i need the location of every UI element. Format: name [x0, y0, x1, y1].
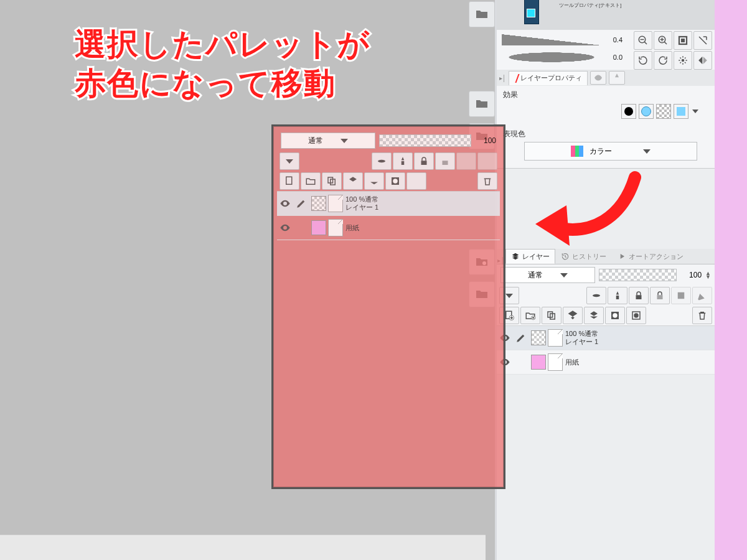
chevron-down-icon — [560, 273, 568, 278]
opacity-stepper[interactable]: ▲▼ — [705, 271, 711, 279]
ghost-blend-dropdown[interactable]: 通常 — [281, 133, 375, 149]
brush-tool-row: 0.4 0.0 — [497, 30, 715, 70]
ghost-layer1-opacity: 100 %通常 — [345, 195, 378, 203]
fx-dropdown-icon[interactable] — [692, 110, 698, 113]
ghost-apply-icon[interactable] — [406, 172, 426, 190]
brush-opacity-value: 0.0 — [605, 54, 622, 61]
ghost-newlayer-icon[interactable] — [280, 172, 299, 190]
actual-size-icon[interactable] — [693, 31, 712, 50]
opacity-value: 100 — [680, 271, 702, 279]
collapse-icon[interactable]: ▸│ — [499, 75, 506, 82]
pink-sidebar — [713, 0, 747, 560]
rotate-ccw-icon[interactable] — [634, 51, 652, 70]
ghost-paper-name: 用紙 — [345, 224, 359, 232]
ghost-trash-icon[interactable] — [477, 172, 497, 190]
layer-thumb — [531, 330, 546, 345]
ghost-layer-1[interactable]: 100 %通常 レイヤー 1 — [277, 192, 500, 216]
rotate-cw-icon[interactable] — [654, 51, 672, 70]
svg-point-26 — [393, 179, 398, 184]
flip-horizontal-icon[interactable] — [693, 51, 712, 70]
effect-label: 効果 — [497, 86, 715, 101]
fx-border-cyan-icon[interactable] — [639, 104, 654, 119]
svg-rect-9 — [678, 292, 685, 299]
ghost-copy-icon[interactable] — [322, 172, 342, 190]
dock-folder-icon[interactable] — [469, 1, 495, 27]
check-icon — [513, 74, 520, 83]
render-color-value: カラー — [590, 146, 612, 157]
dragged-palette-ghost[interactable]: 通常 100 — [271, 124, 505, 489]
layer-property-tab[interactable]: レイヤープロパティ — [509, 71, 588, 85]
top-mini-header: ツールプロパティ[テキスト] — [497, 0, 715, 30]
layer-item-paper[interactable]: 用紙 — [497, 350, 715, 375]
ghost-opacity-slider[interactable] — [379, 134, 471, 147]
create-mask-icon[interactable] — [605, 307, 625, 324]
tab-layer-label: レイヤー — [522, 252, 550, 261]
ghost-newfolder-icon[interactable] — [301, 172, 321, 190]
lp-extra-1-icon[interactable] — [590, 71, 606, 85]
fit-screen-icon[interactable] — [674, 31, 692, 50]
lock-alpha-icon[interactable] — [650, 287, 670, 304]
fx-tone-icon[interactable] — [656, 104, 671, 119]
ghost-setref-icon[interactable] — [456, 152, 476, 170]
svg-rect-4 — [681, 39, 685, 42]
brush-size-value: 0.4 — [605, 36, 622, 44]
set-draft-icon[interactable] — [692, 287, 712, 304]
tab-history[interactable]: ヒストリー — [555, 249, 612, 264]
page-icon — [548, 329, 563, 347]
ghost-clip-icon[interactable] — [372, 152, 392, 170]
dock-folder-down-icon[interactable] — [469, 91, 495, 117]
lp-extra-2-icon[interactable] — [609, 71, 625, 85]
layer-list: 100 %通常 レイヤー 1 用紙 — [497, 325, 715, 375]
ghost-layer-paper[interactable]: 用紙 — [277, 216, 500, 240]
transfer-down-icon[interactable] — [563, 307, 583, 324]
ghost-opacity-value: 100 — [475, 136, 496, 145]
ghost-lock-icon[interactable] — [414, 152, 434, 170]
navigator-thumb[interactable] — [524, 0, 539, 24]
ghost-layer1-name: レイヤー 1 — [345, 203, 378, 212]
render-color-dropdown[interactable]: カラー — [524, 142, 697, 161]
blend-mode-value: 通常 — [528, 270, 543, 281]
chevron-down-icon — [643, 149, 651, 154]
tool-property-label: ツールプロパティ[テキスト] — [559, 2, 621, 9]
fx-border-black-icon[interactable] — [621, 104, 636, 119]
ghost-transfer-icon[interactable] — [343, 172, 363, 190]
layer-name: 用紙 — [565, 358, 579, 366]
tab-layer[interactable]: レイヤー — [505, 249, 555, 264]
brush-opacity-slider[interactable] — [502, 52, 601, 63]
zoom-in-icon[interactable] — [654, 31, 672, 50]
zoom-out-icon[interactable] — [634, 31, 652, 50]
new-folder-icon[interactable] — [520, 307, 540, 324]
opacity-slider[interactable] — [599, 269, 677, 281]
ghost-merge-icon[interactable] — [364, 172, 384, 190]
tab-autoaction[interactable]: オートアクション — [612, 249, 689, 264]
tab-autoaction-label: オートアクション — [629, 252, 684, 261]
ghost-ref-icon[interactable] — [393, 152, 413, 170]
set-reference-icon[interactable] — [671, 287, 691, 304]
apply-mask-icon[interactable] — [626, 307, 646, 324]
layer-toolbar-row2 — [497, 306, 715, 325]
ghost-dropdown-icon[interactable] — [280, 152, 299, 170]
svg-rect-7 — [636, 295, 642, 299]
lock-icon[interactable] — [629, 287, 649, 304]
copy-layer-icon[interactable] — [542, 307, 561, 324]
ghost-mask-icon[interactable] — [385, 172, 405, 190]
svg-rect-22 — [286, 177, 292, 184]
reset-rotation-icon[interactable] — [674, 51, 692, 70]
layer-toolbar-row1 — [497, 286, 715, 306]
fx-layercolor-icon[interactable] — [674, 104, 688, 119]
ghost-draft-icon[interactable] — [477, 152, 497, 170]
caption-line1: 選択したパレットが — [75, 27, 370, 62]
layer-item-1[interactable]: 100 %通常 レイヤー 1 — [497, 326, 715, 350]
reference-icon[interactable] — [608, 287, 627, 304]
blend-mode-dropdown[interactable]: 通常 — [500, 267, 595, 283]
trash-icon[interactable] — [692, 307, 712, 324]
merge-down-icon[interactable] — [584, 307, 604, 324]
right-panel-column: ツールプロパティ[テキスト] 0.4 0.0 ▸│ レイヤープ — [495, 0, 715, 560]
brush-size-slider[interactable] — [502, 34, 601, 45]
layer-property-panel: ▸│ レイヤープロパティ 効果 表現色 カラー — [497, 70, 715, 169]
clip-mask-icon[interactable] — [586, 287, 606, 304]
ghost-lockalpha-icon[interactable] — [435, 152, 455, 170]
canvas-bottom-strip — [0, 534, 486, 560]
layer-panel: ▸│ レイヤー ヒストリー オートアクション 通常 — [497, 249, 715, 375]
svg-point-16 — [613, 313, 618, 318]
